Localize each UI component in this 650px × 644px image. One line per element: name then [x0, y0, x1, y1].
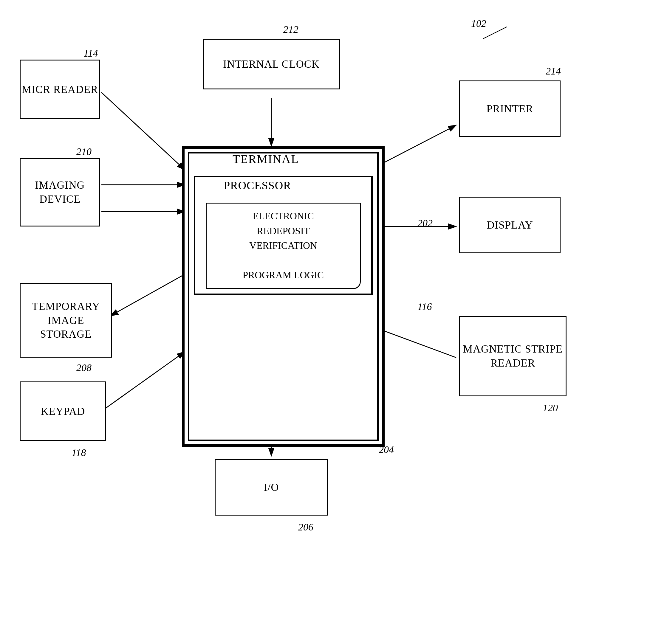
temporary-storage-label: TEMPORARY IMAGE STORAGE: [21, 300, 111, 341]
svg-line-7: [376, 125, 456, 167]
svg-line-13: [483, 27, 507, 39]
imaging-device-label: IMAGING DEVICE: [21, 178, 99, 206]
svg-line-3: [101, 92, 185, 170]
internal-clock-box: INTERNAL CLOCK: [203, 39, 340, 89]
io-box: I/O: [215, 459, 328, 516]
display-label: DISPLAY: [486, 218, 533, 232]
magnetic-stripe-box: MAGNETIC STRIPE READER: [459, 316, 567, 396]
svg-line-9: [110, 274, 185, 316]
erv-box: ELECTRONICREDEPOSITVERIFICATIONPROGRAM L…: [206, 203, 361, 289]
ref-118: 118: [72, 447, 86, 458]
micr-reader-box: MICR READER: [20, 60, 100, 119]
keypad-box: KEYPAD: [20, 381, 106, 441]
erv-label: ELECTRONICREDEPOSITVERIFICATIONPROGRAM L…: [243, 209, 324, 283]
io-label: I/O: [264, 480, 279, 494]
ref-114: 114: [83, 48, 98, 59]
ref-120: 120: [543, 402, 558, 414]
svg-line-11: [376, 328, 456, 357]
temporary-storage-box: TEMPORARY IMAGE STORAGE: [20, 283, 112, 357]
ref-214: 214: [546, 66, 561, 77]
internal-clock-label: INTERNAL CLOCK: [223, 57, 320, 71]
ref-102: 102: [471, 18, 486, 29]
ref-204: 204: [379, 444, 394, 455]
ref-210: 210: [76, 146, 92, 157]
printer-label: PRINTER: [486, 102, 533, 116]
ref-212: 212: [283, 24, 298, 35]
ref-116: 116: [418, 301, 432, 312]
svg-line-10: [101, 352, 185, 411]
printer-box: PRINTER: [459, 80, 561, 137]
ref-202: 202: [418, 218, 433, 229]
display-box: DISPLAY: [459, 197, 561, 253]
ref-206: 206: [298, 522, 313, 533]
ref-208: 208: [76, 362, 92, 373]
diagram: 102 MICR READER 114 IMAGING DEVICE 210 I…: [0, 0, 650, 644]
imaging-device-box: IMAGING DEVICE: [20, 158, 100, 226]
micr-reader-label: MICR READER: [22, 82, 98, 97]
magnetic-stripe-label: MAGNETIC STRIPE READER: [460, 342, 566, 370]
terminal-label: TERMINAL: [232, 152, 299, 166]
keypad-label: KEYPAD: [41, 405, 85, 418]
processor-label: PROCESSOR: [224, 179, 291, 192]
